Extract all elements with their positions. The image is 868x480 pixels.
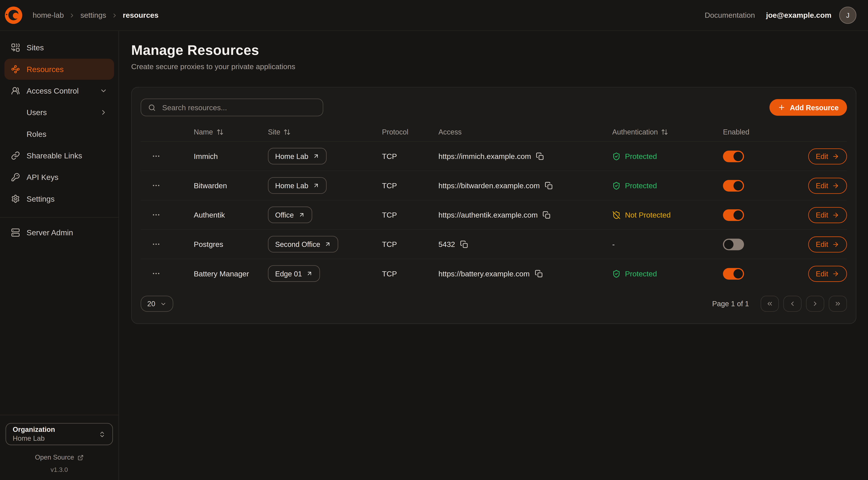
column-header-label: Site — [268, 128, 280, 136]
search-input[interactable] — [161, 103, 316, 112]
chevron-right-icon — [811, 300, 819, 307]
row-menu-button[interactable] — [152, 180, 166, 191]
documentation-link[interactable]: Documentation — [705, 11, 755, 19]
edit-button[interactable]: Edit — [808, 266, 847, 281]
next-page-button[interactable] — [806, 296, 824, 312]
first-page-button[interactable] — [761, 296, 779, 312]
topbar: home-lab settings resources Documentatio… — [0, 0, 868, 31]
arrow-right-icon — [832, 182, 839, 189]
org-picker-label: Organization — [13, 425, 55, 434]
sidebar-item-label: Roles — [27, 129, 46, 139]
pangolin-logo[interactable] — [4, 6, 23, 24]
copy-button[interactable] — [536, 152, 544, 160]
copy-button[interactable] — [535, 269, 543, 278]
authentication-status: - — [612, 240, 723, 248]
column-header-authentication[interactable]: Authentication — [612, 128, 723, 136]
arrow-up-right-icon — [324, 241, 331, 248]
arrow-up-down-icon — [661, 128, 669, 136]
sidebar-item-sites[interactable]: Sites — [4, 37, 114, 58]
ellipsis-icon — [152, 181, 160, 190]
row-menu-button[interactable] — [152, 209, 166, 220]
site-link-button[interactable]: Second Office — [268, 236, 339, 252]
sidebar-item-label: Settings — [27, 194, 55, 203]
sidebar-item-access-control[interactable]: Access Control — [4, 80, 114, 101]
edit-button-label: Edit — [816, 269, 828, 278]
access-url: https://battery.example.com — [438, 269, 530, 278]
page-indicator: Page 1 of 1 — [712, 300, 749, 308]
chevron-right-icon — [69, 12, 75, 19]
column-header-site[interactable]: Site — [268, 128, 382, 136]
sidebar-item-api-keys[interactable]: API Keys — [4, 167, 114, 188]
chevron-right-icon — [111, 12, 118, 19]
toggle-knob — [734, 151, 743, 161]
authentication-status: Protected — [612, 181, 723, 190]
edit-button[interactable]: Edit — [808, 207, 847, 223]
edit-button[interactable]: Edit — [808, 236, 847, 252]
enabled-toggle[interactable] — [723, 180, 744, 191]
table-header-row: NameSiteProtocolAccessAuthenticationEnab… — [141, 123, 847, 142]
enabled-cell — [723, 180, 799, 191]
chevron-down-icon — [160, 300, 167, 307]
last-page-button[interactable] — [829, 296, 847, 312]
site-link-button[interactable]: Home Lab — [268, 148, 327, 164]
add-resource-button[interactable]: Add Resource — [769, 99, 847, 116]
site-link-button[interactable]: Home Lab — [268, 177, 327, 194]
breadcrumb-resources[interactable]: resources — [123, 11, 158, 19]
authentication-label: - — [612, 240, 615, 248]
open-source-link[interactable]: Open Source — [6, 454, 113, 461]
site-name-label: Home Lab — [275, 152, 308, 160]
shield-check-icon — [612, 152, 621, 160]
protocol-cell: TCP — [382, 211, 438, 219]
sidebar-item-resources[interactable]: Resources — [4, 59, 114, 80]
org-picker[interactable]: Organization Home Lab — [6, 423, 113, 445]
sidebar-nav: SitesResourcesAccess ControlUsersRolesSh… — [0, 37, 119, 243]
shield-check-icon — [612, 269, 621, 278]
site-link-button[interactable]: Edge 01 — [268, 265, 320, 282]
sidebar-item-roles[interactable]: Roles — [4, 123, 114, 144]
edit-button[interactable]: Edit — [808, 178, 847, 194]
breadcrumb-settings[interactable]: settings — [80, 11, 106, 19]
org-picker-value: Home Lab — [13, 434, 55, 443]
sidebar-item-server-admin[interactable]: Server Admin — [4, 222, 114, 243]
enabled-cell — [723, 238, 799, 250]
breadcrumb: home-lab settings resources — [33, 11, 158, 19]
protocol-label: TCP — [382, 181, 397, 190]
column-header-access: Access — [438, 128, 612, 136]
search-icon — [148, 103, 156, 112]
sidebar-item-users[interactable]: Users — [4, 102, 114, 123]
enabled-toggle[interactable] — [723, 150, 744, 162]
prev-page-button[interactable] — [783, 296, 802, 312]
authentication-label: Protected — [625, 152, 657, 160]
page-size-select[interactable]: 20 — [141, 296, 174, 312]
authentication-label: Not Protected — [625, 211, 671, 219]
row-menu-button[interactable] — [152, 239, 166, 250]
enabled-toggle[interactable] — [723, 268, 744, 279]
avatar[interactable]: J — [839, 7, 857, 24]
row-menu-button[interactable] — [152, 151, 166, 161]
row-menu-button[interactable] — [152, 268, 166, 279]
user-email[interactable]: joe@example.com — [766, 11, 832, 19]
resource-name-label: Authentik — [194, 211, 225, 219]
edit-button[interactable]: Edit — [808, 148, 847, 164]
authentication-status: Protected — [612, 152, 723, 160]
arrow-right-icon — [832, 270, 839, 277]
breadcrumb-home-lab[interactable]: home-lab — [33, 11, 64, 19]
ellipsis-icon — [152, 152, 160, 160]
edit-button-label: Edit — [816, 181, 828, 190]
copy-button[interactable] — [460, 240, 468, 248]
copy-button[interactable] — [542, 211, 551, 219]
access-url: 5432 — [438, 240, 455, 248]
authentication-status: Protected — [612, 269, 723, 278]
sidebar-item-settings[interactable]: Settings — [4, 188, 114, 209]
table-body: ImmichHome LabTCPhttps://immich.example.… — [141, 142, 847, 288]
enabled-toggle[interactable] — [723, 238, 744, 250]
version-label: v1.3.0 — [6, 466, 113, 473]
sidebar-item-shareable-links[interactable]: Shareable Links — [4, 145, 114, 166]
enabled-toggle[interactable] — [723, 209, 744, 221]
column-header-name[interactable]: Name — [194, 128, 268, 136]
site-link-button[interactable]: Office — [268, 207, 312, 223]
arrow-up-down-icon — [284, 128, 291, 136]
column-header-label: Access — [438, 128, 462, 136]
column-header-label: Protocol — [382, 128, 408, 136]
copy-button[interactable] — [545, 181, 553, 190]
